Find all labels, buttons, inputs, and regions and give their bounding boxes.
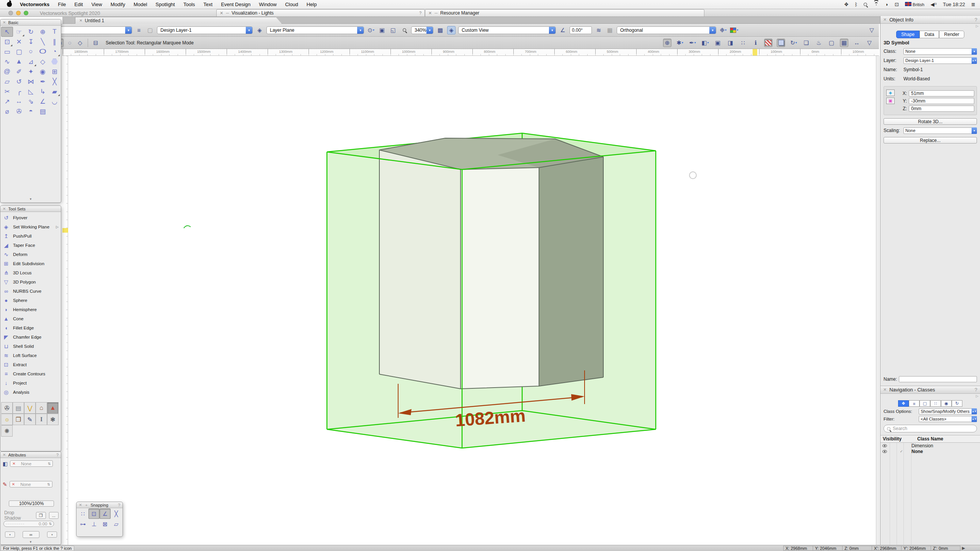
eraser-tool[interactable]: ▰◢ xyxy=(49,86,60,96)
rotation-angle-icon[interactable]: ∠ xyxy=(559,26,567,34)
help-icon[interactable]: ? xyxy=(975,387,977,393)
fill-style-dropdown[interactable]: ✕ None ⇅ xyxy=(10,460,53,467)
settings-gear-icon[interactable]: ✱▾ xyxy=(676,39,684,47)
polygon-tool[interactable]: ▲ xyxy=(13,57,25,67)
plain-display-icon[interactable] xyxy=(777,39,785,47)
nav-saved-views-tab[interactable]: ◉ xyxy=(941,400,952,407)
nav-layers-tab[interactable]: ≡ xyxy=(909,400,920,407)
menu-item-cloud[interactable]: Cloud xyxy=(281,0,302,9)
backup-drop-icon[interactable]: ◗ xyxy=(885,2,889,7)
visibility-column-header[interactable]: Visibility xyxy=(880,436,915,442)
unified-view-icon[interactable]: ◈ xyxy=(447,26,456,34)
class-options-dropdown[interactable]: Show/Snap/Modify Others ▲▼ xyxy=(919,408,977,414)
zoom-selection-icon[interactable]: ⊕ xyxy=(663,39,671,47)
freehand-tool[interactable]: ∿ xyxy=(1,57,13,67)
close-icon[interactable]: ✕ xyxy=(3,20,6,24)
data-tags-icon[interactable]: ❏ xyxy=(802,39,810,47)
pen-options-dropdown-icon[interactable]: ▾ xyxy=(47,531,57,538)
rotate-tool[interactable]: ↺ xyxy=(13,77,25,86)
cross-tool[interactable]: ╳ xyxy=(49,77,60,86)
minimize-window-button[interactable] xyxy=(16,11,21,15)
z-field[interactable]: 0mm xyxy=(909,106,974,112)
fit-page-icon[interactable]: ▣ xyxy=(378,26,386,34)
zoom-window-button[interactable] xyxy=(24,11,28,15)
snap-to-edge[interactable]: ⊠ xyxy=(100,519,111,529)
nav-sheets-tab[interactable]: ▢ xyxy=(920,400,930,407)
close-icon[interactable]: ✕ xyxy=(79,503,82,507)
background-render-icon[interactable]: ▾ xyxy=(730,26,738,34)
name-field[interactable] xyxy=(899,376,977,382)
tool-set-item-flyover[interactable]: ↺Flyover xyxy=(0,213,61,222)
visualization-palette-titlebar[interactable]: ✕ ─ Visualization - Lights ? xyxy=(216,9,425,17)
layers-icon[interactable]: ≡ xyxy=(135,26,143,34)
class-name-column-header[interactable]: Class Name xyxy=(915,436,943,442)
dropbox-icon[interactable]: ✥ xyxy=(844,2,849,7)
snap-to-angle[interactable]: ∠ xyxy=(100,509,111,519)
snap-to-distance[interactable]: ⊶ xyxy=(77,519,88,529)
menu-item-edit[interactable]: Edit xyxy=(70,0,87,9)
drop-shadow-options-button[interactable]: ... xyxy=(49,512,59,519)
close-window-button[interactable] xyxy=(8,11,13,15)
pan-tool[interactable]: ☞◢ xyxy=(13,27,25,37)
sheet-icon[interactable]: ▢ xyxy=(827,39,836,47)
close-icon[interactable]: ✕ xyxy=(220,11,223,15)
expander-icon[interactable]: ▷ xyxy=(880,24,980,28)
ruler-icon[interactable]: ▦ xyxy=(840,39,848,47)
tool-set-item-analysis[interactable]: ◎Analysis xyxy=(0,388,61,397)
snap-to-tangent[interactable]: ⊥ xyxy=(88,519,100,529)
nav-viewports-tab[interactable]: ∷ xyxy=(930,400,941,407)
volume-icon[interactable]: ◀⁾⁾ xyxy=(931,2,937,7)
polyline-tool[interactable]: ⊿◢ xyxy=(25,57,37,67)
toolset-3d-modeling[interactable]: ▲ xyxy=(47,402,59,414)
toolset-spotlight[interactable]: ⋁ xyxy=(24,402,36,414)
protractor-tool[interactable]: ◓ xyxy=(25,106,37,116)
scale-objects-icon[interactable]: ◧▾ xyxy=(701,39,709,47)
oval-tool[interactable]: O xyxy=(37,47,49,57)
rotate-3d-button[interactable]: Rotate 3D... xyxy=(884,118,977,125)
document-tab[interactable]: ✕ Untitled 1 xyxy=(75,17,282,24)
close-icon[interactable]: ✕ xyxy=(428,11,432,15)
stepper-icon[interactable]: ⇅ xyxy=(49,522,52,526)
help-icon[interactable]: ? xyxy=(975,17,977,23)
tool-set-item-nurbs-curve[interactable]: ∞NURBS Curve xyxy=(0,287,61,296)
help-icon[interactable]: ? xyxy=(118,503,120,507)
attribute-mapping-tool[interactable]: ⊞ xyxy=(49,67,60,77)
tool-set-item-taper-face[interactable]: ◢Taper Face xyxy=(0,241,61,250)
tab-shape[interactable]: Shape xyxy=(896,31,920,38)
tool-set-item-set-working-plane[interactable]: ◈Set Working Plane▷ xyxy=(0,222,61,231)
arc-tool[interactable]: ◔◢ xyxy=(49,47,60,57)
attribute-brush-tool[interactable]: ✒ xyxy=(37,77,49,86)
object-info-header[interactable]: ✕ Object Info ? xyxy=(880,16,980,24)
stepper-icon[interactable]: ⇅ xyxy=(47,483,50,486)
close-icon[interactable]: ✕ xyxy=(3,453,6,457)
attribute-link-icon[interactable]: ∞ xyxy=(23,531,39,538)
layer-options-icon[interactable]: ▢ xyxy=(146,26,154,34)
clip-cube-icon[interactable]: ▩ xyxy=(436,26,444,34)
zoom-level-dropdown[interactable]: 340%▾ xyxy=(411,26,433,34)
layer-plane-mode-icon[interactable]: ◈ xyxy=(886,90,895,96)
layer-dropdown[interactable]: Design Layer-1 ▲▼ xyxy=(903,57,977,64)
close-icon[interactable]: ✕ xyxy=(3,207,6,211)
tool-set-item-3d-polygon[interactable]: ▽3D Polygon xyxy=(0,277,61,287)
rotate-mode-icon[interactable]: ↻▾ xyxy=(789,39,798,47)
tape-measure-tool[interactable]: ✇ xyxy=(13,106,25,116)
hatch-display-icon[interactable] xyxy=(764,39,773,47)
tool-set-item-push-pull[interactable]: ↥Push/Pull xyxy=(0,231,61,241)
toolbar-overflow-icon[interactable]: ▽ xyxy=(867,26,876,34)
pen-style-dropdown[interactable]: ✕ None ⇅ xyxy=(10,481,52,487)
toolset-custom[interactable]: ✺ xyxy=(1,425,13,437)
projection-dropdown[interactable]: Orthogonal▾ xyxy=(617,26,716,34)
send-to-surface-tool[interactable]: ↧ xyxy=(25,37,37,47)
eyedropper-tool[interactable]: ✐ xyxy=(13,67,25,77)
toolset-rigging[interactable]: ▤ xyxy=(13,402,24,414)
reshape-tool[interactable]: ▱ xyxy=(1,77,13,86)
drawing-canvas[interactable]: 1082mm xyxy=(68,56,876,545)
fillet-tool[interactable]: ╭ xyxy=(13,86,25,96)
selection-options-icon[interactable]: ⊟ xyxy=(91,39,100,47)
snap-to-working-plane[interactable]: ▱ xyxy=(111,519,122,529)
rounded-rectangle-tool[interactable]: ▢ xyxy=(13,47,25,57)
tab-data[interactable]: Data xyxy=(920,31,939,38)
menu-item-tools[interactable]: Tools xyxy=(179,0,199,9)
line-weight-dropdown[interactable]: ---------- 0.00 ⇅ xyxy=(3,521,54,527)
symbol-plane-mode-icon[interactable]: ▣ xyxy=(886,98,895,104)
